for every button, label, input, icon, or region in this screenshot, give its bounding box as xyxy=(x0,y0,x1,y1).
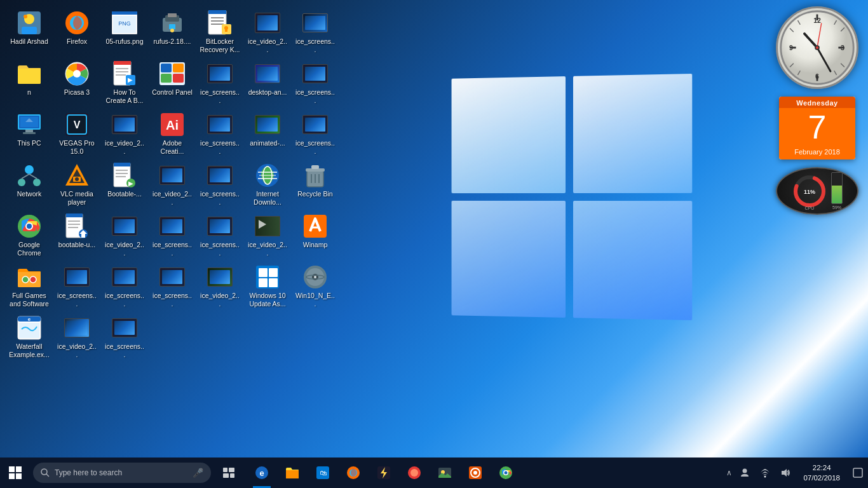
clock-widget[interactable]: 12 3 6 9 xyxy=(776,6,858,89)
icon-bitlocker[interactable]: BitLocker Recovery K... xyxy=(197,6,243,57)
icon-folder-n[interactable]: n xyxy=(6,57,52,108)
svg-point-3 xyxy=(24,15,27,18)
icon-bootable[interactable]: ▶ Bootable-... xyxy=(102,159,147,210)
icon-win10-ne[interactable]: Win10_N_E... xyxy=(292,261,338,311)
icon-05-rufus-png[interactable]: PNG 05-rufus.png xyxy=(102,6,147,57)
tray-volume-icon[interactable] xyxy=(775,458,796,488)
icon-full-games[interactable]: Full Games and Software xyxy=(6,261,52,311)
start-button[interactable] xyxy=(0,458,31,488)
taskbar-app8-button[interactable] xyxy=(430,458,460,488)
svg-rect-93 xyxy=(259,278,268,287)
calendar-month-year: February 2018 xyxy=(779,147,855,159)
svg-rect-160 xyxy=(853,468,862,477)
icon-win10-update[interactable]: Windows 10 Update As... xyxy=(245,261,290,311)
logo-pane-bl xyxy=(452,201,566,318)
icon-vlc[interactable]: VLC media player xyxy=(54,159,100,210)
taskbar-edge-button[interactable]: e xyxy=(247,458,277,488)
taskbar-file-explorer-button[interactable] xyxy=(277,458,308,488)
icon-recycle-bin[interactable]: Recycle Bin xyxy=(292,159,338,210)
icon-animated[interactable]: animated-... xyxy=(245,108,290,159)
icon-winamp[interactable]: Winamp xyxy=(292,210,338,261)
bitlocker-icon xyxy=(207,10,233,36)
icon-ice-video-6[interactable]: ice_video_2... xyxy=(197,261,243,311)
svg-rect-7 xyxy=(112,11,137,15)
icon-adobe-creative[interactable]: Ai Adobe Creati... xyxy=(149,108,195,159)
icon-ice-video-1[interactable]: ice_video_2... xyxy=(245,6,290,57)
svg-rect-80 xyxy=(66,214,83,217)
icon-hadil-arshad[interactable]: Hadil Arshad xyxy=(6,6,52,57)
taskbar-app7-button[interactable] xyxy=(399,458,430,488)
animated-label: animated-... xyxy=(250,139,285,147)
google-chrome-label: Google Chrome xyxy=(9,241,50,257)
icon-ice-screen-12[interactable]: ice_screens... xyxy=(102,311,147,362)
tray-people-icon[interactable] xyxy=(735,458,755,488)
taskbar-app9-button[interactable] xyxy=(460,458,491,488)
icon-ice-screen-10[interactable]: ice_screens... xyxy=(102,261,147,311)
icon-ice-video-2[interactable]: ice_video_2... xyxy=(102,108,147,159)
icon-bootable-u[interactable]: bootable-u... xyxy=(54,210,100,261)
icon-ice-screen-9[interactable]: ice_screens... xyxy=(54,261,100,311)
tray-show-hidden-button[interactable]: ∧ xyxy=(724,468,735,477)
icon-ice-screen-3[interactable]: ice_screens... xyxy=(292,57,338,108)
this-pc-icon xyxy=(17,112,42,137)
icon-internet-downloader[interactable]: Internet Downlo... xyxy=(245,159,290,210)
icon-firefox[interactable]: Firefox xyxy=(54,6,100,57)
ice-video-3-icon xyxy=(159,163,185,188)
icon-ice-video-4[interactable]: ice_video_2... xyxy=(102,210,147,261)
ice-screen-4-label: ice_screens... xyxy=(200,139,240,155)
notification-button[interactable] xyxy=(848,458,868,488)
ice-screen-2-icon xyxy=(207,61,233,86)
svg-rect-40 xyxy=(23,132,36,134)
icon-ice-screen-4[interactable]: ice_screens... xyxy=(197,108,243,159)
icon-ice-screen-5[interactable]: ice_screens... xyxy=(292,108,338,159)
icon-ice-screen-8[interactable]: ice_screens... xyxy=(197,210,243,261)
icon-picasa3[interactable]: Picasa 3 xyxy=(54,57,100,108)
svg-point-133 xyxy=(41,469,47,475)
icon-ice-screen-7[interactable]: ice_screens... xyxy=(149,210,195,261)
logo-pane-br xyxy=(573,201,692,320)
icon-desktop-an[interactable]: desktop-an... xyxy=(245,57,290,108)
icon-vegas-pro[interactable]: V VEGAS Pro 15.0 xyxy=(54,108,100,159)
svg-point-158 xyxy=(764,476,766,478)
svg-point-14 xyxy=(170,29,174,32)
taskbar-clock[interactable]: 22:24 07/02/2018 xyxy=(796,458,848,488)
icon-this-pc[interactable]: This PC xyxy=(6,108,52,159)
recycle-bin-icon xyxy=(302,163,328,188)
taskbar-chrome-button[interactable] xyxy=(491,458,521,488)
taskbar-search[interactable]: Type here to search 🎤 xyxy=(33,463,211,483)
control-panel-label: Control Panel xyxy=(152,88,193,97)
icon-control-panel[interactable]: Control Panel xyxy=(149,57,195,108)
icon-ice-video-5[interactable]: ice_video_2... xyxy=(245,210,290,261)
calendar-widget[interactable]: Wednesday 7 February 2018 xyxy=(779,97,855,159)
icon-ice-video-3[interactable]: ice_video_2... xyxy=(149,159,195,210)
full-games-label: Full Games and Software xyxy=(9,292,50,308)
svg-rect-132 xyxy=(16,473,22,479)
adobe-creative-label: Adobe Creati... xyxy=(152,139,193,155)
ice-video-1-icon xyxy=(255,10,280,36)
icon-ice-screen-11[interactable]: ice_screens... xyxy=(149,261,195,311)
svg-rect-12 xyxy=(168,13,177,17)
icon-ice-video-7[interactable]: ice_video_2... xyxy=(54,311,100,362)
taskbar-store-button[interactable]: 🛍 xyxy=(308,458,338,488)
svg-rect-36 xyxy=(173,74,184,83)
taskbar-firefox-button[interactable] xyxy=(338,458,369,488)
task-view-button[interactable] xyxy=(214,458,244,488)
icon-waterfall[interactable]: e Waterfall Example.ex... xyxy=(6,311,52,362)
taskbar-app6-button[interactable] xyxy=(369,458,399,488)
svg-rect-33 xyxy=(161,64,172,72)
icon-network[interactable]: Network xyxy=(6,159,52,210)
ice-video-3-label: ice_video_2... xyxy=(152,190,193,206)
svg-rect-2 xyxy=(22,27,37,34)
system-monitor-widget[interactable]: 11% CPU 59% xyxy=(776,167,858,215)
icon-ice-screen-6[interactable]: ice_screens... xyxy=(197,159,243,210)
icon-rufus[interactable]: rufus-2.18.... xyxy=(149,6,195,57)
icon-ice-screen-1[interactable]: ice_screens... xyxy=(292,6,338,57)
ice-video-7-label: ice_video_2... xyxy=(57,342,97,358)
tray-network-icon[interactable] xyxy=(755,458,775,488)
icon-how-to[interactable]: ▶ How To Create A B... xyxy=(102,57,147,108)
icon-ice-screen-2[interactable]: ice_screens... xyxy=(197,57,243,108)
icon-google-chrome[interactable]: Google Chrome xyxy=(6,210,52,261)
animated-icon xyxy=(255,112,280,137)
win10-ne-icon xyxy=(302,264,328,290)
ice-screen-8-icon xyxy=(207,214,233,239)
